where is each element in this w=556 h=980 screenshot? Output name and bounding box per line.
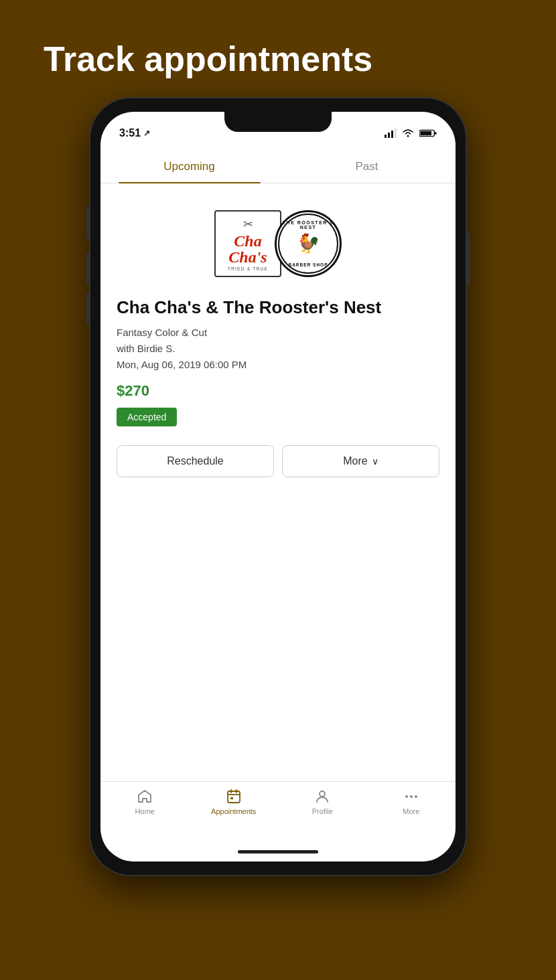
time-text: 3:51 [119, 127, 141, 139]
nav-item-appointments[interactable]: Appointments [190, 789, 279, 815]
svg-point-14 [405, 795, 408, 798]
tab-upcoming[interactable]: Upcoming [100, 151, 278, 183]
wifi-icon [402, 129, 414, 138]
nav-item-profile[interactable]: Profile [278, 789, 367, 815]
nav-more-label: More [403, 807, 419, 815]
business-name: Cha Cha's & The Rooster's Nest [117, 297, 439, 318]
svg-rect-3 [395, 129, 397, 138]
svg-rect-7 [420, 131, 431, 136]
svg-point-16 [415, 795, 417, 798]
status-badge: Accepted [117, 408, 177, 426]
service-name: Fantasy Color & Cut [117, 327, 207, 338]
rooster-logo: THE ROOSTER'S NEST 🐓 BARBER SHOP [275, 210, 342, 277]
appointment-datetime: Mon, Aug 06, 2019 06:00 PM [117, 359, 247, 370]
tabs-container: Upcoming Past [100, 151, 456, 183]
battery-icon [419, 129, 437, 138]
appointment-card: Cha Cha's & The Rooster's Nest Fantasy C… [117, 291, 439, 491]
tab-past-label: Past [355, 160, 378, 173]
svg-rect-1 [388, 133, 390, 138]
bottom-nav: Home Appointments Profile [100, 781, 456, 841]
profile-icon [314, 789, 330, 805]
tab-past[interactable]: Past [278, 151, 456, 183]
svg-rect-0 [385, 135, 387, 138]
nav-home-label: Home [135, 807, 155, 815]
rooster-inner: THE ROOSTER'S NEST 🐓 BARBER SHOP [278, 214, 338, 274]
chacha-logo: ✂ ChaCha's TRIED & TRUE [214, 210, 281, 277]
svg-point-15 [410, 795, 413, 798]
rooster-bird-icon: 🐓 [297, 234, 320, 253]
content-area: ✂ ChaCha's TRIED & TRUE THE ROOSTER'S NE… [100, 183, 456, 781]
more-button[interactable]: More ∨ [282, 445, 439, 477]
status-time: 3:51 ↗ [119, 127, 150, 139]
calendar-icon [226, 789, 242, 805]
appointment-price: $270 [117, 382, 439, 400]
nav-appointments-label: Appointments [211, 807, 256, 815]
svg-rect-8 [228, 791, 240, 803]
logos-section: ✂ ChaCha's TRIED & TRUE THE ROOSTER'S NE… [117, 183, 439, 291]
location-arrow-icon: ↗ [143, 129, 150, 138]
signal-icon [385, 129, 397, 138]
status-icons [385, 129, 437, 138]
notch [224, 112, 332, 132]
more-button-label: More [343, 455, 367, 467]
svg-rect-12 [230, 797, 233, 799]
svg-rect-2 [391, 131, 393, 138]
provider-name: with Birdie S. [117, 343, 176, 354]
home-icon [137, 789, 153, 805]
rooster-bottom-text: BARBER SHOP [279, 262, 337, 267]
home-indicator [100, 841, 456, 862]
nav-profile-label: Profile [312, 807, 333, 815]
chacha-name: ChaCha's [228, 233, 267, 265]
home-bar [238, 850, 318, 853]
action-buttons: Reschedule More ∨ [117, 445, 439, 477]
chevron-down-icon: ∨ [372, 456, 378, 467]
phone-shell: 3:51 ↗ [90, 98, 466, 875]
nav-item-more[interactable]: More [367, 789, 456, 815]
svg-point-4 [407, 135, 409, 137]
appointment-details: Fantasy Color & Cut with Birdie S. Mon, … [117, 325, 439, 373]
tab-upcoming-label: Upcoming [163, 160, 215, 173]
nav-item-home[interactable]: Home [100, 789, 190, 815]
page-title: Track appointments [44, 40, 512, 78]
more-dots-icon [403, 789, 419, 805]
scissors-icon: ✂ [243, 217, 253, 232]
phone-screen: 3:51 ↗ [100, 112, 456, 862]
svg-rect-6 [435, 132, 437, 135]
svg-point-13 [320, 791, 325, 797]
rooster-top-text: THE ROOSTER'S NEST [279, 220, 337, 230]
reschedule-button[interactable]: Reschedule [117, 445, 274, 477]
chacha-tagline: TRIED & TRUE [228, 266, 269, 271]
